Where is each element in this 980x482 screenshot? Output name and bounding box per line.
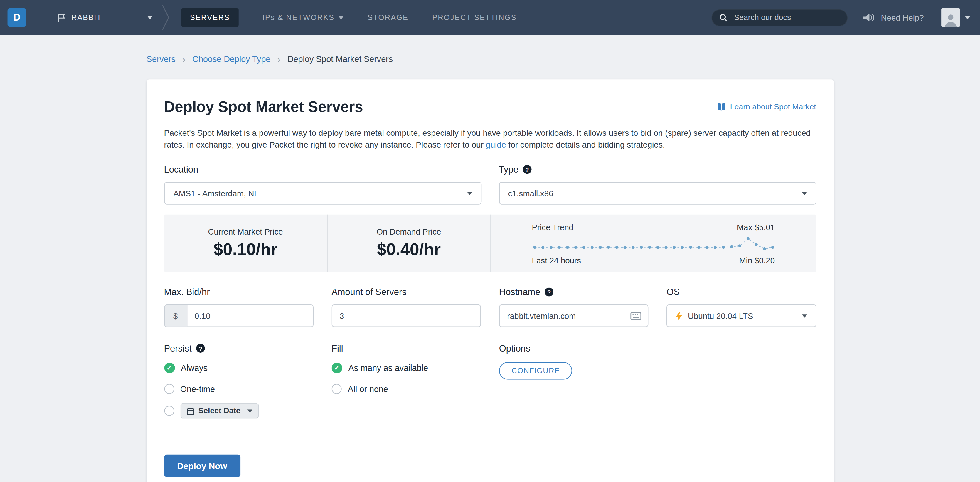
label-text: Persist xyxy=(164,343,191,353)
page: D RABBIT SERVERS IPs & NETWORKS STORAGE xyxy=(0,0,980,482)
select-date-button[interactable]: Select Date xyxy=(180,403,259,418)
label-text: Max. Bid/hr xyxy=(164,287,210,297)
option-label: Always xyxy=(181,363,208,372)
intro-text: for complete details and bidding strateg… xyxy=(506,140,665,150)
app-logo[interactable]: D xyxy=(8,8,26,27)
trend-label: Price Trend xyxy=(532,222,573,232)
max-bid-input[interactable] xyxy=(187,311,313,320)
radio-icon xyxy=(331,384,342,394)
os-label: OS xyxy=(667,287,816,297)
nav-item-label: PROJECT SETTINGS xyxy=(432,13,517,22)
os-value: Ubuntu 20.04 LTS xyxy=(688,311,753,320)
amount-input[interactable] xyxy=(332,311,480,320)
type-select[interactable]: c1.small.x86 xyxy=(499,182,816,204)
label-text: Hostname xyxy=(499,287,541,297)
chevron-down-icon xyxy=(339,16,344,19)
persist-option-date[interactable]: Select Date xyxy=(164,403,313,418)
type-label: Type ? xyxy=(499,164,816,175)
fill-field: Fill ✓ As many as available All or none xyxy=(331,343,481,418)
label-text: Type xyxy=(499,164,519,175)
search-icon xyxy=(720,14,728,22)
navbar-right: Need Help? xyxy=(712,8,970,27)
learn-spot-market-link[interactable]: Learn about Spot Market xyxy=(717,102,816,112)
select-date-label: Select Date xyxy=(198,407,240,415)
hostname-field: Hostname ? xyxy=(499,287,649,327)
top-navbar: D RABBIT SERVERS IPs & NETWORKS STORAGE xyxy=(0,0,980,35)
location-field: Location AMS1 - Amsterdam, NL xyxy=(164,164,481,204)
configure-button[interactable]: CONFIGURE xyxy=(499,362,573,380)
breadcrumb-servers[interactable]: Servers xyxy=(146,54,175,64)
option-label: As many as available xyxy=(348,363,428,372)
help-icon[interactable]: ? xyxy=(196,344,205,353)
deploy-card: Deploy Spot Market Servers Learn about S… xyxy=(146,79,834,482)
calendar-icon xyxy=(186,407,194,415)
nav-item-servers[interactable]: SERVERS xyxy=(181,8,239,27)
max-bid-label: Max. Bid/hr xyxy=(164,287,313,297)
amount-field: Amount of Servers xyxy=(331,287,481,327)
price-value: $0.10/hr xyxy=(164,240,327,260)
label-text: Location xyxy=(164,164,198,175)
radio-icon xyxy=(164,384,174,394)
megaphone-icon xyxy=(863,13,875,22)
persist-label: Persist ? xyxy=(164,343,313,353)
trend-min: Min $0.20 xyxy=(739,256,775,265)
nav-item-storage[interactable]: STORAGE xyxy=(368,13,408,22)
current-market-price: Current Market Price $0.10/hr xyxy=(164,215,327,272)
type-field: Type ? c1.small.x86 xyxy=(499,164,816,204)
fill-option-as-many[interactable]: ✓ As many as available xyxy=(331,361,481,375)
project-flag-icon xyxy=(57,13,66,22)
check-circle-icon: ✓ xyxy=(331,362,342,373)
hostname-input[interactable] xyxy=(500,311,648,320)
label-text: Amount of Servers xyxy=(331,287,406,297)
chevron-down-icon xyxy=(247,409,252,412)
persist-field: Persist ? ✓ Always One-time xyxy=(164,343,313,418)
guide-link[interactable]: guide xyxy=(486,140,506,150)
chevron-down-icon xyxy=(802,192,807,195)
label-text: OS xyxy=(667,287,680,297)
docs-search[interactable] xyxy=(712,9,848,26)
deploy-now-button[interactable]: Deploy Now xyxy=(164,455,240,477)
nav-item-label: SERVERS xyxy=(190,13,230,22)
need-help-label: Need Help? xyxy=(881,13,924,22)
help-icon[interactable]: ? xyxy=(545,288,554,297)
breadcrumb-choose-deploy-type[interactable]: Choose Deploy Type xyxy=(192,54,270,64)
radio-icon xyxy=(164,406,174,416)
os-select[interactable]: Ubuntu 20.04 LTS xyxy=(667,305,816,327)
price-trend: Price Trend Max $5.01 Last 24 hours Min … xyxy=(490,215,816,272)
fill-option-all-or-none[interactable]: All or none xyxy=(331,382,481,396)
trend-max: Max $5.01 xyxy=(737,222,775,232)
nav-item-label: STORAGE xyxy=(368,13,408,22)
keyboard-icon xyxy=(630,312,641,320)
need-help[interactable]: Need Help? xyxy=(863,13,924,22)
on-demand-price: On Demand Price $0.40/hr xyxy=(327,215,490,272)
price-panel: Current Market Price $0.10/hr On Demand … xyxy=(164,215,816,272)
chevron-right-icon: › xyxy=(277,54,281,64)
learn-link-label: Learn about Spot Market xyxy=(730,102,816,112)
hostname-label: Hostname ? xyxy=(499,287,649,297)
project-selector[interactable]: RABBIT xyxy=(57,13,153,22)
nav-item-ips-networks[interactable]: IPs & NETWORKS xyxy=(262,13,344,22)
price-trend-chart xyxy=(532,236,775,252)
breadcrumb: Servers › Choose Deploy Type › Deploy Sp… xyxy=(146,54,834,64)
label-text: Options xyxy=(499,343,530,353)
os-field: OS Ubuntu 20.04 LTS xyxy=(667,287,816,327)
page-title: Deploy Spot Market Servers xyxy=(164,98,363,116)
options-field: Options CONFIGURE xyxy=(499,343,649,418)
persist-option-always[interactable]: ✓ Always xyxy=(164,361,313,375)
chevron-down-icon xyxy=(467,192,472,195)
search-input[interactable] xyxy=(733,13,840,22)
project-name: RABBIT xyxy=(72,13,102,22)
price-label: Current Market Price xyxy=(164,227,327,236)
location-value: AMS1 - Amsterdam, NL xyxy=(173,188,259,198)
help-icon[interactable]: ? xyxy=(523,165,532,174)
location-select[interactable]: AMS1 - Amsterdam, NL xyxy=(164,182,481,204)
nav-item-project-settings[interactable]: PROJECT SETTINGS xyxy=(432,13,517,22)
amount-input-group xyxy=(331,305,481,327)
location-label: Location xyxy=(164,164,481,175)
options-label: Options xyxy=(499,343,649,353)
navbar-separator-icon xyxy=(161,4,170,32)
breadcrumb-current: Deploy Spot Market Servers xyxy=(288,54,393,64)
persist-option-one-time[interactable]: One-time xyxy=(164,382,313,396)
price-label: On Demand Price xyxy=(328,227,490,236)
user-menu[interactable] xyxy=(941,8,970,27)
